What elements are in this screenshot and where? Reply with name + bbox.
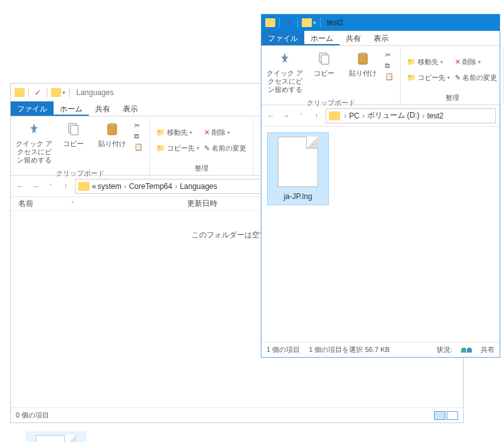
folder-go-icon: 📁 [407, 58, 416, 66]
view-large-icons-icon[interactable] [447, 411, 458, 420]
svg-rect-7 [361, 52, 365, 55]
copy-to-button[interactable]: 📁コピー先▾ [407, 73, 450, 82]
forward-button[interactable]: → [30, 182, 41, 191]
move-to-button[interactable]: 📁移動先▾ [156, 128, 199, 137]
breadcrumb[interactable]: › PC › ボリューム (D:) › test2 [326, 108, 496, 123]
copy-icon [315, 50, 333, 67]
pin-icon [25, 120, 43, 138]
statusbar: 0 個の項目 [11, 407, 463, 422]
ribbon-group-organize: 整理 [152, 162, 250, 175]
history-dropdown[interactable]: ˅ [45, 183, 56, 190]
paste-shortcut-button[interactable]: 📋 [385, 72, 394, 81]
paste-shortcut-button[interactable]: 📋 [134, 143, 143, 151]
tab-share[interactable]: 共有 [340, 31, 367, 45]
breadcrumb-segment[interactable]: system [98, 182, 122, 191]
chevron-right-icon[interactable]: › [361, 111, 366, 120]
rename-button[interactable]: ✎名前の変更 [455, 73, 497, 82]
breadcrumb-segment[interactable]: PC [349, 111, 360, 120]
sort-caret-icon: ˄ [71, 201, 74, 207]
rename-icon: ✎ [204, 144, 210, 152]
tab-view[interactable]: 表示 [117, 101, 144, 116]
chevron-right-icon[interactable]: › [343, 111, 348, 120]
folder-go-icon: 📁 [156, 128, 165, 137]
view-details-icon[interactable] [434, 411, 445, 420]
copy-path-button[interactable]: ⧉ [385, 62, 394, 70]
breadcrumb-segment[interactable]: CoreTemp64 [129, 182, 173, 191]
file-icon [36, 435, 76, 442]
status-item-count: 0 個の項目 [16, 411, 49, 420]
back-button[interactable]: ← [14, 182, 26, 191]
status-shared: 共有 [481, 345, 495, 354]
delete-button[interactable]: ✕削除▾ [204, 128, 246, 137]
titlebar[interactable]: ✓ ▾ test2 [261, 14, 500, 31]
history-dropdown[interactable]: ˅ [295, 113, 307, 119]
file-item[interactable]: ja-JP.lng [268, 133, 328, 205]
ribbon-group-organize: 整理 [403, 92, 501, 105]
scissors-icon: ✂ [385, 51, 391, 59]
breadcrumb-segment[interactable]: Languages [180, 182, 217, 191]
tab-home[interactable]: ホーム [54, 101, 89, 116]
rename-icon: ✎ [455, 74, 461, 82]
ribbon-tabs[interactable]: ファイル ホーム 共有 表示 [261, 31, 500, 46]
folder-copy-icon: 📁 [407, 74, 416, 82]
statusbar: 1 個の項目 1 個の項目を選択 56.7 KB 状況: 共有 [261, 342, 500, 357]
copy-path-button[interactable]: ⧉ [134, 132, 143, 140]
copy-icon [64, 120, 82, 138]
scissors-icon: ✂ [134, 122, 140, 130]
copy-button[interactable]: コピー [54, 120, 93, 165]
file-icon [278, 137, 318, 187]
pin-to-quick-access-button[interactable]: クイック アクセスにピン留めする [14, 120, 54, 165]
delete-icon: ✕ [204, 128, 210, 137]
folder-icon [14, 88, 25, 97]
window-title: test2 [327, 18, 343, 27]
tab-file[interactable]: ファイル [261, 31, 304, 45]
up-button[interactable]: ↑ [311, 111, 322, 120]
tab-share[interactable]: 共有 [89, 101, 117, 116]
svg-rect-2 [108, 124, 117, 135]
back-button[interactable]: ← [265, 111, 277, 120]
delete-icon: ✕ [455, 58, 461, 66]
tab-home[interactable]: ホーム [304, 31, 340, 45]
column-date[interactable]: 更新日時 [187, 198, 217, 209]
cut-button[interactable]: ✂ [385, 51, 394, 59]
qat-checkbox-icon[interactable]: ✓ [33, 88, 43, 98]
chevron-right-icon[interactable]: › [173, 182, 178, 191]
column-name[interactable]: 名前 [18, 198, 33, 209]
copy-button[interactable]: コピー [304, 50, 343, 94]
svg-rect-3 [110, 123, 114, 125]
qat-folder-icon[interactable] [302, 18, 312, 27]
up-button[interactable]: ↑ [60, 182, 71, 191]
qat-checkbox-icon[interactable]: ✓ [284, 18, 294, 28]
pin-icon [276, 50, 294, 67]
breadcrumb-segment[interactable]: test2 [427, 111, 444, 120]
paste-button[interactable]: 貼り付け [93, 120, 132, 165]
pin-to-quick-access-button[interactable]: クイック アクセスにピン留めする [265, 50, 304, 94]
cut-button[interactable]: ✂ [134, 122, 143, 130]
file-list[interactable]: ja-JP.lng [261, 127, 500, 339]
qat-folder-icon[interactable] [51, 88, 61, 97]
file-name-label: ja-JP.lng [284, 192, 312, 201]
paste-icon [354, 50, 372, 67]
tab-file[interactable]: ファイル [11, 101, 54, 116]
chevron-right-icon[interactable]: › [421, 111, 426, 120]
copy-to-button[interactable]: 📁コピー先▾ [156, 144, 199, 153]
share-status-icon [461, 348, 472, 353]
move-to-button[interactable]: 📁移動先▾ [407, 57, 450, 67]
rename-button[interactable]: ✎名前の変更 [204, 144, 246, 153]
folder-icon [329, 111, 340, 120]
folder-icon [78, 182, 89, 191]
svg-rect-1 [71, 125, 78, 135]
status-state-label: 状況: [437, 345, 452, 354]
paste-button[interactable]: 貼り付け [343, 50, 382, 94]
svg-rect-6 [358, 54, 367, 64]
tab-view[interactable]: 表示 [367, 31, 395, 45]
folder-copy-icon: 📁 [156, 144, 165, 152]
forward-button[interactable]: → [280, 111, 292, 120]
paste-icon [103, 120, 121, 138]
drag-ghost-file [26, 431, 86, 442]
explorer-window-test2[interactable]: ✓ ▾ test2 ファイル ホーム 共有 表示 クイック アクセスにピン留めす… [261, 14, 500, 358]
breadcrumb-segment[interactable]: ボリューム (D:) [367, 110, 420, 121]
chevron-right-icon[interactable]: › [123, 182, 128, 191]
svg-rect-5 [321, 55, 329, 64]
delete-button[interactable]: ✕削除▾ [455, 57, 497, 67]
